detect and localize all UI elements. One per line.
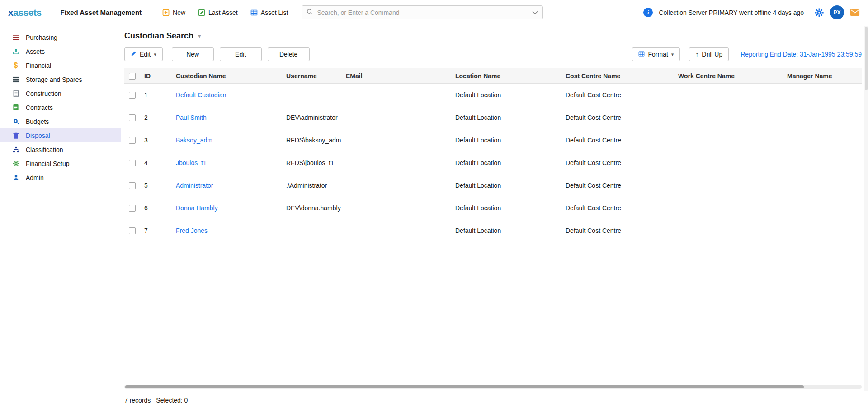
table-row[interactable]: 4 Jboulos_t1 RFDS\jboulos_t1 Default Loc… [124, 152, 862, 174]
sidebar-item-label: Classification [26, 146, 63, 153]
logo-x: x [8, 7, 13, 18]
sidebar-item-label: Financial Setup [26, 160, 70, 167]
cell-email [343, 84, 453, 106]
logo-rest: assets [13, 7, 41, 18]
sidebar-item-storage-and-spares[interactable]: Storage and Spares [0, 72, 121, 86]
custodian-link[interactable]: Jboulos_t1 [173, 152, 283, 174]
cell-manager [784, 174, 862, 197]
cell-username [283, 219, 343, 242]
main-content: Custodian Search ▾ Edit ▾ New Edit Delet… [121, 26, 862, 412]
table-row[interactable]: 2 Paul Smith DEV\administrator Default L… [124, 106, 862, 129]
cell-email [343, 219, 453, 242]
new-document-icon [162, 9, 170, 16]
cell-cost-centre: Default Cost Centre [563, 129, 675, 152]
delete-button[interactable]: Delete [268, 47, 310, 61]
reporting-end-date-link[interactable]: Reporting End Date: 31-Jan-1995 23:59:59 [741, 51, 862, 58]
select-all-checkbox[interactable] [129, 73, 136, 80]
table-row[interactable]: 3 Baksoy_adm RFDS\baksoy_adm Default Loc… [124, 129, 862, 152]
horizontal-scrollbar-thumb[interactable] [125, 385, 804, 388]
server-status-message: Collection Server PRIMARY went offline 4… [659, 9, 804, 16]
command-search-box[interactable] [302, 5, 543, 19]
edit-menu-button[interactable]: Edit ▾ [124, 47, 163, 61]
sidebar-item-contracts[interactable]: Contracts [0, 100, 121, 114]
row-checkbox[interactable] [129, 92, 136, 99]
column-header-manager-name[interactable]: Manager Name [784, 68, 862, 84]
custodian-link[interactable]: Baksoy_adm [173, 129, 283, 152]
sidebar-item-construction[interactable]: Construction [0, 86, 121, 100]
new-link[interactable]: New [162, 9, 185, 16]
cell-username [283, 84, 343, 106]
cell-manager [784, 197, 862, 219]
edit-button[interactable]: Edit [220, 47, 262, 61]
results-table-area: ID Custodian Name Username EMail Locatio… [124, 68, 862, 393]
row-checkbox[interactable] [129, 137, 136, 144]
custodian-link[interactable]: Paul Smith [173, 106, 283, 129]
cell-cost-centre: Default Cost Centre [563, 174, 675, 197]
last-asset-link[interactable]: Last Asset [198, 9, 238, 16]
trash-icon [12, 132, 20, 139]
sidebar-item-purchasing[interactable]: Purchasing [0, 30, 121, 44]
column-header-location-name[interactable]: Location Name [453, 68, 563, 84]
row-checkbox[interactable] [129, 182, 136, 189]
settings-gear-icon[interactable] [814, 8, 824, 18]
record-count: 7 records [124, 397, 151, 404]
horizontal-scrollbar[interactable] [124, 385, 862, 389]
sidebar-item-label: Purchasing [26, 34, 57, 41]
cell-cost-centre: Default Cost Centre [563, 106, 675, 129]
custodian-link[interactable]: Administrator [173, 174, 283, 197]
page-title: Custodian Search [124, 31, 193, 41]
sidebar-item-admin[interactable]: Admin [0, 170, 121, 185]
cell-cost-centre: Default Cost Centre [563, 152, 675, 174]
user-avatar[interactable]: PX [830, 5, 844, 19]
search-input[interactable] [317, 9, 528, 16]
title-caret-down-icon[interactable]: ▾ [198, 33, 201, 39]
table-row[interactable]: 6 Donna Hambly DEV\donna.hambly Default … [124, 197, 862, 219]
row-checkbox[interactable] [129, 227, 136, 234]
drill-up-button[interactable]: ↑ Drill Up [689, 47, 729, 61]
custodian-link[interactable]: Fred Jones [173, 219, 283, 242]
sidebar-item-label: Admin [26, 174, 44, 181]
custodian-link[interactable]: Donna Hambly [173, 197, 283, 219]
format-button[interactable]: Format ▾ [632, 47, 680, 61]
hierarchy-icon [12, 146, 20, 153]
sidebar-item-financial[interactable]: $ Financial [0, 58, 121, 72]
sidebar-item-disposal[interactable]: Disposal [0, 128, 121, 142]
custodian-link[interactable]: Default Custodian [173, 84, 283, 106]
column-header-email[interactable]: EMail [343, 68, 453, 84]
sidebar-item-label: Financial [26, 62, 51, 69]
sidebar-item-classification[interactable]: Classification [0, 142, 121, 156]
cell-username: RFDS\baksoy_adm [283, 129, 343, 152]
edit-button-label: Edit [235, 51, 246, 58]
sidebar-item-financial-setup[interactable]: Financial Setup [0, 156, 121, 170]
search-chevron-down-icon[interactable] [532, 9, 538, 16]
vertical-scrollbar[interactable] [864, 26, 868, 391]
row-checkbox[interactable] [129, 160, 136, 166]
column-header-id[interactable]: ID [142, 68, 173, 84]
top-toolbar: New Last Asset Asset List [162, 9, 288, 16]
mail-envelope-icon[interactable] [850, 9, 860, 16]
row-checkbox[interactable] [129, 205, 136, 212]
cell-work-centre [675, 106, 784, 129]
table-row[interactable]: 5 Administrator .\Administrator Default … [124, 174, 862, 197]
asset-list-link[interactable]: Asset List [250, 9, 288, 16]
table-row[interactable]: 1 Default Custodian Default Location Def… [124, 84, 862, 106]
custodian-table: ID Custodian Name Username EMail Locatio… [124, 68, 862, 242]
cell-id: 6 [142, 197, 173, 219]
column-header-username[interactable]: Username [283, 68, 343, 84]
sidebar-item-budgets[interactable]: Budgets [0, 114, 121, 128]
row-checkbox[interactable] [129, 114, 136, 121]
new-button-label: New [186, 51, 199, 58]
sidebar-item-assets[interactable]: Assets [0, 44, 121, 58]
cell-manager [784, 106, 862, 129]
cell-email [343, 197, 453, 219]
vertical-scrollbar-thumb[interactable] [865, 27, 868, 90]
column-header-custodian-name[interactable]: Custodian Name [173, 68, 283, 84]
cell-location: Default Location [453, 197, 563, 219]
info-icon[interactable]: i [643, 8, 653, 17]
new-button[interactable]: New [172, 47, 214, 61]
column-header-work-centre-name[interactable]: Work Centre Name [675, 68, 784, 84]
column-header-cost-centre-name[interactable]: Cost Centre Name [563, 68, 675, 84]
table-row[interactable]: 7 Fred Jones Default Location Default Co… [124, 219, 862, 242]
chevron-down-icon: ▾ [154, 52, 156, 57]
app-logo[interactable]: xassets [8, 7, 42, 18]
